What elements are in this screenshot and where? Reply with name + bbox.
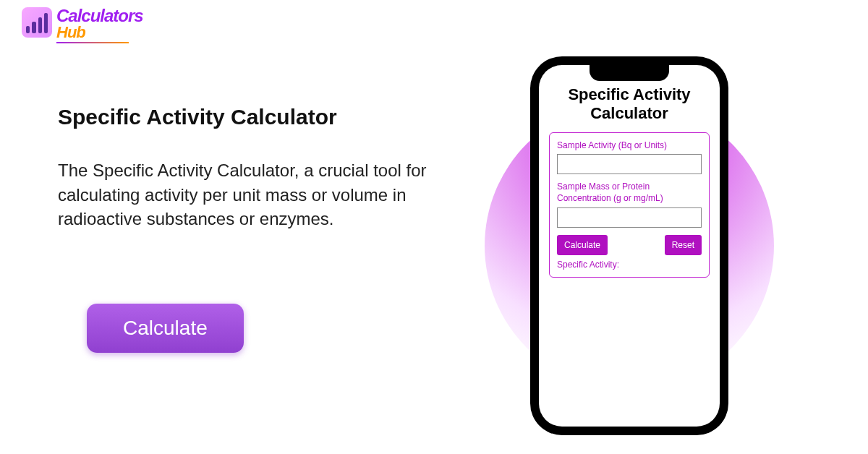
page-title: Specific Activity Calculator: [58, 105, 448, 129]
sample-activity-input[interactable]: [557, 154, 702, 174]
sample-mass-label: Sample Mass or Protein Concentration (g …: [557, 181, 702, 204]
calculate-button[interactable]: Calculate: [557, 235, 608, 255]
hero-content: Specific Activity Calculator The Specifi…: [58, 105, 448, 353]
bars-icon: [22, 7, 52, 38]
page-description: The Specific Activity Calculator, a cruc…: [58, 158, 448, 231]
phone-mockup-visual: Specific Activity Calculator Sample Acti…: [456, 58, 803, 434]
reset-button[interactable]: Reset: [665, 235, 702, 255]
sample-activity-label: Sample Activity (Bq or Units): [557, 140, 702, 152]
result-label: Specific Activity:: [557, 260, 702, 270]
app-title: Specific Activity Calculator: [549, 85, 710, 124]
calculate-cta-button[interactable]: Calculate: [87, 304, 244, 353]
site-logo[interactable]: Calculators Hub: [22, 7, 143, 43]
sample-mass-input[interactable]: [557, 207, 702, 228]
logo-text: Calculators Hub: [56, 7, 143, 43]
phone-notch: [590, 65, 669, 81]
calculator-form: Sample Activity (Bq or Units) Sample Mas…: [549, 132, 710, 278]
phone-frame: Specific Activity Calculator Sample Acti…: [532, 58, 727, 434]
